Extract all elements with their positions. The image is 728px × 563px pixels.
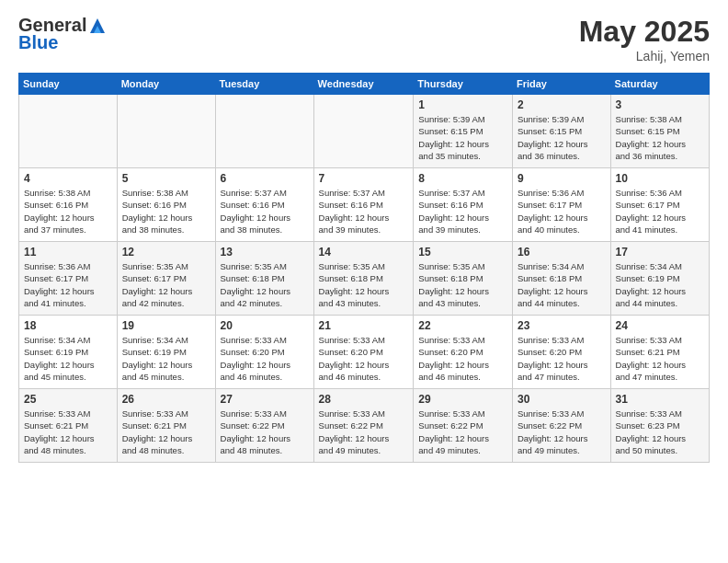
calendar-cell: 1Sunrise: 5:39 AM Sunset: 6:15 PM Daylig… [414, 95, 513, 168]
calendar-cell: 5Sunrise: 5:38 AM Sunset: 6:16 PM Daylig… [117, 168, 215, 242]
day-number: 15 [418, 246, 507, 259]
day-number: 7 [319, 172, 409, 185]
day-number: 2 [518, 98, 606, 111]
calendar-week-row: 1Sunrise: 5:39 AM Sunset: 6:15 PM Daylig… [19, 95, 710, 168]
calendar-cell [215, 95, 313, 168]
day-info: Sunrise: 5:36 AM Sunset: 6:17 PM Dayligh… [616, 187, 704, 236]
day-info: Sunrise: 5:33 AM Sunset: 6:22 PM Dayligh… [518, 408, 606, 456]
calendar-cell: 19Sunrise: 5:34 AM Sunset: 6:19 PM Dayli… [117, 316, 215, 389]
month-year-title: May 2025 [579, 15, 710, 49]
calendar-cell: 9Sunrise: 5:36 AM Sunset: 6:17 PM Daylig… [512, 168, 610, 242]
calendar-cell: 25Sunrise: 5:33 AM Sunset: 6:21 PM Dayli… [19, 389, 118, 463]
day-number: 25 [24, 393, 112, 406]
calendar-cell: 14Sunrise: 5:35 AM Sunset: 6:18 PM Dayli… [313, 242, 414, 316]
day-info: Sunrise: 5:34 AM Sunset: 6:19 PM Dayligh… [616, 260, 704, 309]
day-number: 28 [319, 393, 409, 406]
day-info: Sunrise: 5:34 AM Sunset: 6:19 PM Dayligh… [122, 334, 210, 383]
calendar-cell: 16Sunrise: 5:34 AM Sunset: 6:18 PM Dayli… [512, 242, 610, 316]
day-info: Sunrise: 5:38 AM Sunset: 6:16 PM Dayligh… [122, 187, 210, 236]
calendar-cell: 26Sunrise: 5:33 AM Sunset: 6:21 PM Dayli… [117, 389, 215, 463]
header-sunday: Sunday [19, 74, 118, 95]
day-info: Sunrise: 5:33 AM Sunset: 6:21 PM Dayligh… [122, 408, 210, 456]
day-info: Sunrise: 5:33 AM Sunset: 6:20 PM Dayligh… [518, 334, 606, 383]
calendar-week-row: 25Sunrise: 5:33 AM Sunset: 6:21 PM Dayli… [19, 389, 710, 463]
calendar-cell [313, 95, 414, 168]
day-info: Sunrise: 5:39 AM Sunset: 6:15 PM Dayligh… [518, 113, 606, 162]
day-number: 27 [221, 393, 309, 406]
day-number: 8 [418, 172, 507, 185]
day-info: Sunrise: 5:33 AM Sunset: 6:22 PM Dayligh… [418, 408, 507, 456]
calendar-cell: 7Sunrise: 5:37 AM Sunset: 6:16 PM Daylig… [313, 168, 414, 242]
day-info: Sunrise: 5:35 AM Sunset: 6:17 PM Dayligh… [122, 260, 210, 309]
day-number: 20 [221, 319, 309, 332]
calendar-week-row: 4Sunrise: 5:38 AM Sunset: 6:16 PM Daylig… [19, 168, 710, 242]
day-info: Sunrise: 5:36 AM Sunset: 6:17 PM Dayligh… [24, 260, 112, 309]
weekday-header-row: Sunday Monday Tuesday Wednesday Thursday… [19, 74, 710, 95]
day-info: Sunrise: 5:33 AM Sunset: 6:22 PM Dayligh… [319, 408, 409, 456]
calendar-week-row: 18Sunrise: 5:34 AM Sunset: 6:19 PM Dayli… [19, 316, 710, 389]
calendar-cell: 27Sunrise: 5:33 AM Sunset: 6:22 PM Dayli… [215, 389, 313, 463]
calendar-cell: 24Sunrise: 5:33 AM Sunset: 6:21 PM Dayli… [610, 316, 709, 389]
calendar-cell: 8Sunrise: 5:37 AM Sunset: 6:16 PM Daylig… [414, 168, 513, 242]
day-info: Sunrise: 5:37 AM Sunset: 6:16 PM Dayligh… [221, 187, 309, 236]
title-block: May 2025 Lahij, Yemen [579, 15, 710, 63]
day-number: 12 [122, 246, 210, 259]
day-info: Sunrise: 5:34 AM Sunset: 6:19 PM Dayligh… [24, 334, 112, 383]
day-number: 10 [616, 172, 704, 185]
header-monday: Monday [117, 74, 215, 95]
header-wednesday: Wednesday [313, 74, 414, 95]
day-info: Sunrise: 5:33 AM Sunset: 6:21 PM Dayligh… [24, 408, 112, 456]
location-subtitle: Lahij, Yemen [579, 49, 710, 63]
day-info: Sunrise: 5:33 AM Sunset: 6:22 PM Dayligh… [221, 408, 309, 456]
day-info: Sunrise: 5:35 AM Sunset: 6:18 PM Dayligh… [319, 260, 409, 309]
day-number: 13 [221, 246, 309, 259]
calendar-cell: 13Sunrise: 5:35 AM Sunset: 6:18 PM Dayli… [215, 242, 313, 316]
day-info: Sunrise: 5:36 AM Sunset: 6:17 PM Dayligh… [518, 187, 606, 236]
day-number: 19 [122, 319, 210, 332]
day-info: Sunrise: 5:39 AM Sunset: 6:15 PM Dayligh… [418, 113, 507, 162]
calendar-cell: 20Sunrise: 5:33 AM Sunset: 6:20 PM Dayli… [215, 316, 313, 389]
day-info: Sunrise: 5:37 AM Sunset: 6:16 PM Dayligh… [418, 187, 507, 236]
day-info: Sunrise: 5:33 AM Sunset: 6:20 PM Dayligh… [319, 334, 409, 383]
day-info: Sunrise: 5:33 AM Sunset: 6:21 PM Dayligh… [616, 334, 704, 383]
day-number: 16 [518, 246, 606, 259]
day-info: Sunrise: 5:37 AM Sunset: 6:16 PM Dayligh… [319, 187, 409, 236]
calendar-cell: 6Sunrise: 5:37 AM Sunset: 6:16 PM Daylig… [215, 168, 313, 242]
calendar-cell: 2Sunrise: 5:39 AM Sunset: 6:15 PM Daylig… [512, 95, 610, 168]
calendar-cell: 30Sunrise: 5:33 AM Sunset: 6:22 PM Dayli… [512, 389, 610, 463]
header-tuesday: Tuesday [215, 74, 313, 95]
calendar-week-row: 11Sunrise: 5:36 AM Sunset: 6:17 PM Dayli… [19, 242, 710, 316]
calendar-cell [19, 95, 118, 168]
calendar-cell: 18Sunrise: 5:34 AM Sunset: 6:19 PM Dayli… [19, 316, 118, 389]
day-info: Sunrise: 5:33 AM Sunset: 6:20 PM Dayligh… [418, 334, 507, 383]
day-info: Sunrise: 5:34 AM Sunset: 6:18 PM Dayligh… [518, 260, 606, 309]
calendar-cell: 23Sunrise: 5:33 AM Sunset: 6:20 PM Dayli… [512, 316, 610, 389]
calendar-cell: 4Sunrise: 5:38 AM Sunset: 6:16 PM Daylig… [19, 168, 118, 242]
day-number: 24 [616, 319, 704, 332]
day-info: Sunrise: 5:35 AM Sunset: 6:18 PM Dayligh… [221, 260, 309, 309]
logo: General Blue [18, 15, 107, 53]
calendar-cell: 28Sunrise: 5:33 AM Sunset: 6:22 PM Dayli… [313, 389, 414, 463]
day-number: 6 [221, 172, 309, 185]
calendar-table: Sunday Monday Tuesday Wednesday Thursday… [18, 73, 710, 463]
day-number: 5 [122, 172, 210, 185]
day-info: Sunrise: 5:38 AM Sunset: 6:15 PM Dayligh… [616, 113, 704, 162]
header-friday: Friday [512, 74, 610, 95]
calendar-cell: 21Sunrise: 5:33 AM Sunset: 6:20 PM Dayli… [313, 316, 414, 389]
calendar-cell [117, 95, 215, 168]
day-info: Sunrise: 5:35 AM Sunset: 6:18 PM Dayligh… [418, 260, 507, 309]
day-number: 29 [418, 393, 507, 406]
header-saturday: Saturday [610, 74, 709, 95]
calendar-cell: 22Sunrise: 5:33 AM Sunset: 6:20 PM Dayli… [414, 316, 513, 389]
calendar-cell: 29Sunrise: 5:33 AM Sunset: 6:22 PM Dayli… [414, 389, 513, 463]
calendar-cell: 11Sunrise: 5:36 AM Sunset: 6:17 PM Dayli… [19, 242, 118, 316]
calendar-cell: 3Sunrise: 5:38 AM Sunset: 6:15 PM Daylig… [610, 95, 709, 168]
logo-icon [88, 17, 107, 35]
day-number: 18 [24, 319, 112, 332]
calendar-cell: 17Sunrise: 5:34 AM Sunset: 6:19 PM Dayli… [610, 242, 709, 316]
calendar-cell: 10Sunrise: 5:36 AM Sunset: 6:17 PM Dayli… [610, 168, 709, 242]
day-info: Sunrise: 5:33 AM Sunset: 6:23 PM Dayligh… [616, 408, 704, 456]
day-number: 17 [616, 246, 704, 259]
day-number: 3 [616, 98, 704, 111]
day-number: 23 [518, 319, 606, 332]
